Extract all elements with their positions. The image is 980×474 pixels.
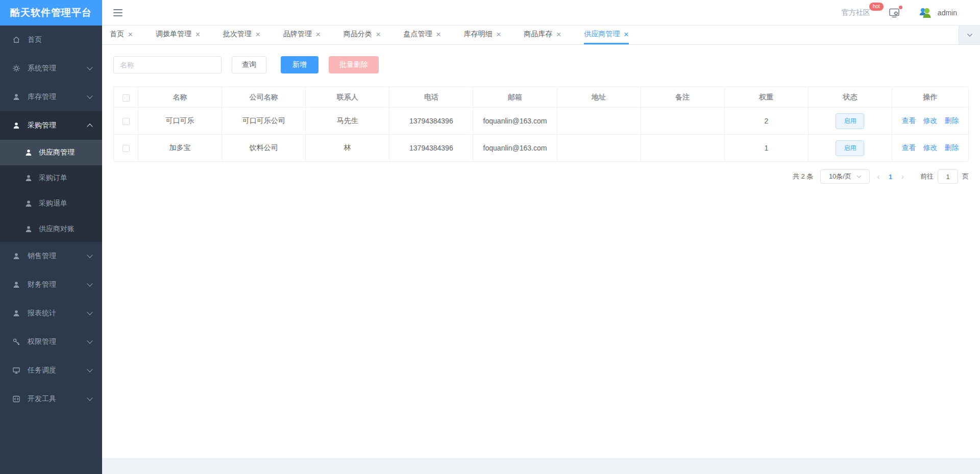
- cell-name: 可口可乐: [138, 108, 222, 135]
- sidebar-item-finance-management[interactable]: 财务管理: [0, 270, 102, 299]
- cell-address: [557, 135, 641, 162]
- next-page-button[interactable]: ›: [894, 172, 911, 181]
- chevron-down-icon: [87, 64, 92, 70]
- tab-batch-management[interactable]: 批次管理 ✕: [223, 26, 261, 44]
- close-tab-icon[interactable]: ✕: [255, 31, 261, 38]
- cell-email: foquanlin@163.com: [473, 108, 557, 135]
- supplier-table: 名称 公司名称 联系人 电话 邮箱 地址 备注 权重 状态 操作: [113, 87, 969, 162]
- close-tab-icon[interactable]: ✕: [496, 31, 501, 38]
- sidebar-subitem-purchase-order[interactable]: 采购订单: [0, 165, 102, 191]
- cell-phone: 13794384396: [389, 135, 473, 162]
- screen-settings-icon[interactable]: [888, 6, 901, 19]
- prev-page-button[interactable]: ‹: [870, 172, 887, 181]
- search-input[interactable]: [113, 56, 222, 73]
- select-all-checkbox[interactable]: [122, 94, 130, 102]
- cell-contact: 林: [306, 135, 389, 162]
- view-link[interactable]: 查看: [902, 143, 916, 152]
- cell-email: foquanlin@163.com: [473, 135, 557, 162]
- close-tab-icon[interactable]: ✕: [128, 31, 133, 38]
- close-tab-icon[interactable]: ✕: [556, 31, 561, 38]
- close-tab-icon[interactable]: ✕: [376, 31, 381, 38]
- add-button[interactable]: 新增: [281, 56, 318, 73]
- page-size-select[interactable]: 10条/页: [820, 169, 870, 184]
- batch-delete-button[interactable]: 批量删除: [329, 56, 379, 73]
- cell-company: 饮料公司: [222, 135, 306, 162]
- delete-link[interactable]: 删除: [945, 143, 959, 152]
- user-icon: [24, 148, 33, 157]
- tab-bar: 首页 ✕ 调拨单管理 ✕ 批次管理 ✕ 品牌管理 ✕ 商品分类 ✕ 盘点管理 ✕: [102, 26, 980, 45]
- sidebar-group-procurement: 采购管理 供应商管理 采购订单: [0, 111, 102, 242]
- user-icon: [12, 252, 20, 260]
- hamburger-menu-button[interactable]: [113, 8, 125, 18]
- sidebar-subitem-purchase-return[interactable]: 采购退单: [0, 191, 102, 216]
- cell-remark: [641, 108, 724, 135]
- col-actions: 操作: [892, 87, 969, 108]
- sidebar-subitem-supplier-reconciliation[interactable]: 供应商对账: [0, 216, 102, 242]
- col-company: 公司名称: [222, 87, 306, 108]
- sidebar-item-dev-tools[interactable]: 开发工具: [0, 385, 102, 413]
- delete-link[interactable]: 删除: [945, 116, 959, 124]
- edit-link[interactable]: 修改: [923, 143, 938, 152]
- sidebar-item-system-management[interactable]: 系统管理: [0, 54, 102, 83]
- sidebar-item-report-statistics[interactable]: 报表统计: [0, 299, 102, 328]
- community-link[interactable]: 官方社区 hot: [842, 8, 870, 17]
- tab-brand-management[interactable]: 品牌管理 ✕: [283, 26, 321, 44]
- close-tab-icon[interactable]: ✕: [436, 31, 442, 38]
- sidebar: 首页 系统管理 库存管理: [0, 26, 102, 474]
- tab-supplier-management[interactable]: 供应商管理 ✕: [584, 26, 629, 44]
- tab-inventory-detail[interactable]: 库存明细 ✕: [463, 26, 501, 44]
- col-contact: 联系人: [306, 87, 389, 108]
- tab-list-dropdown-button[interactable]: [959, 26, 980, 44]
- tab-transfer-order-management[interactable]: 调拨单管理 ✕: [156, 26, 201, 44]
- hot-badge: hot: [869, 3, 884, 11]
- cell-phone: 13794384396: [389, 108, 473, 135]
- footer-strip: [102, 458, 980, 474]
- header-right: 官方社区 hot admin: [842, 6, 957, 20]
- notification-dot: [899, 6, 902, 9]
- tab-product-category[interactable]: 商品分类 ✕: [344, 26, 381, 44]
- table-header-row: 名称 公司名称 联系人 电话 邮箱 地址 备注 权重 状态 操作: [114, 87, 969, 108]
- supplier-management-panel: 查询 新增 批量删除 名称 公司名称 联系人 电话 邮箱: [102, 45, 980, 458]
- col-phone: 电话: [389, 87, 473, 108]
- gear-icon: [12, 64, 20, 72]
- col-address: 地址: [557, 87, 641, 108]
- cell-name: 加多宝: [138, 135, 222, 162]
- chevron-down-icon: [87, 395, 92, 401]
- user-menu[interactable]: admin: [918, 6, 957, 20]
- col-remark: 备注: [641, 87, 724, 108]
- current-page[interactable]: 1: [887, 173, 894, 181]
- status-enable-button[interactable]: 启用: [836, 113, 864, 129]
- toolbar: 查询 新增 批量删除: [113, 56, 969, 73]
- goto-page-input[interactable]: [938, 169, 958, 184]
- monitor-icon: [12, 366, 20, 375]
- edit-link[interactable]: 修改: [923, 116, 938, 124]
- row-checkbox[interactable]: [122, 145, 130, 152]
- cell-weight: 1: [724, 135, 808, 162]
- sidebar-item-sales-management[interactable]: 销售管理: [0, 242, 102, 270]
- sidebar-item-inventory-management[interactable]: 库存管理: [0, 83, 102, 111]
- tab-stocktake-management[interactable]: 盘点管理 ✕: [404, 26, 442, 44]
- chevron-down-icon: [87, 93, 92, 98]
- status-enable-button[interactable]: 启用: [836, 140, 864, 156]
- search-button[interactable]: 查询: [232, 56, 266, 73]
- cell-address: [557, 108, 641, 135]
- sidebar-item-procurement-management[interactable]: 采购管理: [0, 111, 102, 140]
- sidebar-item-task-scheduling[interactable]: 任务调度: [0, 356, 102, 385]
- close-tab-icon[interactable]: ✕: [195, 31, 201, 38]
- cell-weight: 2: [724, 108, 808, 135]
- sidebar-subitem-supplier-management[interactable]: 供应商管理: [0, 140, 102, 165]
- chevron-down-icon: [856, 175, 862, 178]
- user-icon: [12, 281, 20, 289]
- total-count: 共 2 条: [793, 172, 813, 181]
- tab-home[interactable]: 首页 ✕: [110, 26, 133, 44]
- chevron-down-icon: [87, 366, 92, 372]
- tab-product-stock[interactable]: 商品库存 ✕: [524, 26, 561, 44]
- close-tab-icon[interactable]: ✕: [623, 31, 629, 38]
- cell-company: 可口可乐公司: [222, 108, 306, 135]
- col-weight: 权重: [724, 87, 808, 108]
- sidebar-item-permission-management[interactable]: 权限管理: [0, 328, 102, 356]
- row-checkbox[interactable]: [122, 118, 130, 125]
- sidebar-item-home[interactable]: 首页: [0, 26, 102, 54]
- close-tab-icon[interactable]: ✕: [315, 31, 321, 38]
- view-link[interactable]: 查看: [902, 116, 916, 124]
